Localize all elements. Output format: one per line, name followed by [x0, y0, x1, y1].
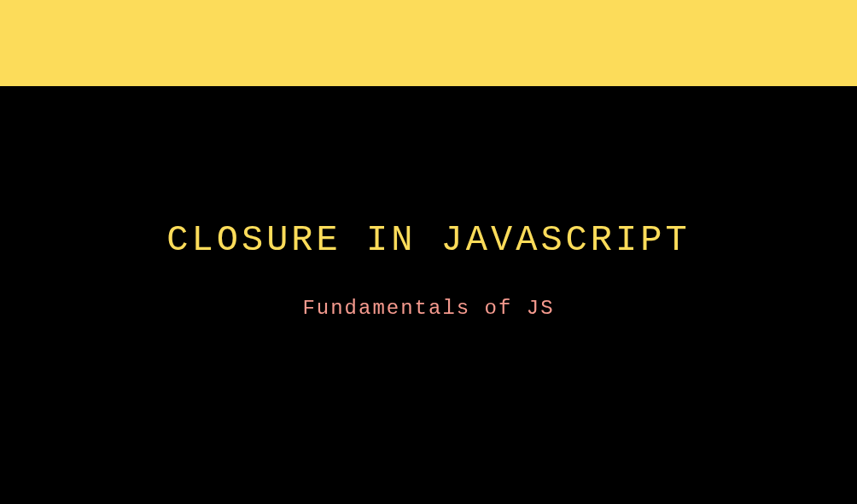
- page-subtitle: Fundamentals of JS: [302, 297, 554, 320]
- page-title: CLOSURE IN JAVASCRIPT: [166, 220, 690, 261]
- content-area: CLOSURE IN JAVASCRIPT Fundamentals of JS: [0, 86, 857, 504]
- top-banner: [0, 0, 857, 86]
